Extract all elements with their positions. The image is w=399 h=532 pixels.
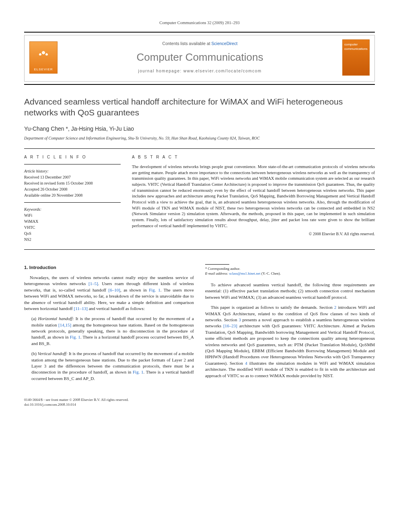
homepage-url[interactable]: www.elsevier.com/locate/comcom xyxy=(183,69,262,73)
footnotes: * Corresponding author. E-mail address: … xyxy=(205,266,375,276)
figure-link[interactable]: Fig. 1 xyxy=(133,370,144,374)
article-title: Advanced seamless vertical handoff archi… xyxy=(24,96,375,118)
citation-link[interactable]: [14,15] xyxy=(58,322,71,327)
text: This paper is organized as follows to sa… xyxy=(211,305,334,310)
keyword: QoS xyxy=(24,231,121,236)
journal-homepage: journal homepage: www.elsevier.com/locat… xyxy=(64,68,336,74)
keyword: WiMAX xyxy=(24,219,121,224)
intro-paragraph-2: To achieve advanced seamless vertical ha… xyxy=(205,282,375,300)
section-1-heading: 1. Introduction xyxy=(24,264,194,271)
body-two-column: 1. Introduction Nowadays, the users of w… xyxy=(24,264,375,386)
item-term: Vertical handoff: xyxy=(38,351,69,356)
keywords-block: Keywords: WiFi WiMAX VHTC QoS NS2 xyxy=(24,207,121,242)
citation-link[interactable]: [11–13] xyxy=(74,306,88,311)
corresponding-author: * Corresponding author. xyxy=(205,266,375,271)
text: , as shown in xyxy=(120,288,149,292)
sciencedirect-link[interactable]: ScienceDirect xyxy=(212,41,238,46)
definition-item-b: (b) Vertical handoff: It is the process … xyxy=(31,351,194,382)
citation-link[interactable]: [6–10] xyxy=(109,288,120,292)
cover-word-top: computer xyxy=(344,42,368,47)
page-footer-meta: 0140-3664/$ - see front matter © 2008 El… xyxy=(24,397,375,407)
intro-paragraph-3: This paper is organized as follows to sa… xyxy=(205,304,375,379)
abstract-text: The development of wireless networks bri… xyxy=(132,164,375,229)
figure-link[interactable]: Fig. 1 xyxy=(149,288,160,292)
history-online: Available online 20 November 2008 xyxy=(24,193,121,198)
footnote-separator xyxy=(205,264,229,265)
abstract-heading: A B S T R A C T xyxy=(132,154,375,160)
abstract-column: A B S T R A C T The development of wirel… xyxy=(132,154,375,243)
history-label: Article history: xyxy=(24,168,121,174)
keyword: NS2 xyxy=(24,237,121,242)
tree-icon xyxy=(35,47,51,66)
homepage-label: journal homepage: xyxy=(138,69,183,73)
author-email-link[interactable]: sclass@ms1.hinet.net xyxy=(229,271,261,275)
history-accepted: Accepted 26 October 2008 xyxy=(24,187,121,192)
item-term: Horizontal handoff: xyxy=(38,316,75,321)
elsevier-logo: ELSEVIER xyxy=(29,41,58,74)
text: architecture with QoS guarantees: VHTC A… xyxy=(205,323,375,365)
journal-title: Computer Communications xyxy=(64,50,336,64)
author-list: Yu-Chang Chen *, Ja-Hsing Hsia, Yi-Ju Li… xyxy=(24,125,375,133)
intro-paragraph-1: Nowadays, the users of wireless networks… xyxy=(24,275,194,312)
figure-link[interactable]: Fig. 1 xyxy=(70,335,80,339)
article-info-column: A R T I C L E I N F O Article history: R… xyxy=(24,154,121,243)
journal-cover-thumb: computer communications xyxy=(342,39,370,76)
item-tag: (b) xyxy=(31,351,38,356)
running-header: Computer Communications 32 (2009) 281–29… xyxy=(24,20,375,26)
keyword: WiFi xyxy=(24,213,121,218)
publisher-name: ELSEVIER xyxy=(34,67,53,72)
definition-item-a: (a) Horizontal handoff: It is the proces… xyxy=(31,316,194,347)
item-tag: (a) xyxy=(31,316,38,321)
email-label: E-mail address: xyxy=(205,271,229,275)
citation-link[interactable]: [1–5] xyxy=(88,281,98,286)
citation-link[interactable]: [16–23] xyxy=(223,323,237,328)
text: and vertical handoff as follows: xyxy=(88,306,145,311)
article-history: Article history: Received 13 December 20… xyxy=(24,168,121,198)
cover-word-bottom: communications xyxy=(344,47,368,51)
contents-prefix: Contents lists available at xyxy=(162,41,212,46)
keyword: VHTC xyxy=(24,225,121,230)
keywords-label: Keywords: xyxy=(24,207,121,212)
history-received: Received 13 December 2007 xyxy=(24,175,121,180)
contents-available-line: Contents lists available at ScienceDirec… xyxy=(64,41,336,47)
front-matter-line: 0140-3664/$ - see front matter © 2008 El… xyxy=(24,397,375,403)
history-revised: Received in revised form 15 October 2008 xyxy=(24,181,121,186)
journal-banner: ELSEVIER Contents lists available at Sci… xyxy=(24,32,375,85)
affiliation: Department of Computer Science and Infor… xyxy=(24,136,375,141)
email-tail: (Y.-C. Chen). xyxy=(260,271,281,275)
doi-line: doi:10.1016/j.comcom.2008.10.014 xyxy=(24,402,375,407)
abstract-copyright: © 2008 Elsevier B.V. All rights reserved… xyxy=(132,231,375,237)
article-info-heading: A R T I C L E I N F O xyxy=(24,154,121,160)
